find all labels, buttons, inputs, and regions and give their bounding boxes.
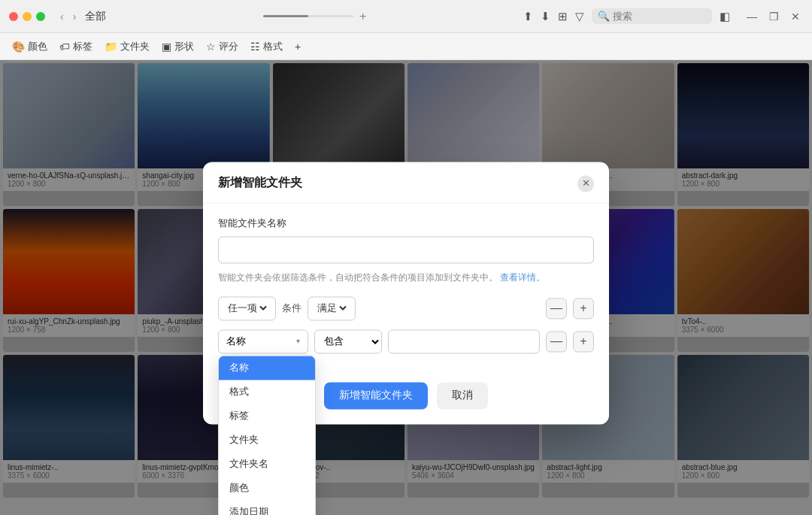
close-button[interactable] xyxy=(9,12,18,21)
toolbar-shape[interactable]: ▣ 形状 xyxy=(162,40,194,53)
toolbar-format-label: 格式 xyxy=(263,40,283,53)
format-icon: ☷ xyxy=(250,41,260,53)
toolbar-plus-icon: + xyxy=(295,41,301,53)
toolbar-color-label: 颜色 xyxy=(28,40,47,53)
any-item-dropdown[interactable]: 任一项 xyxy=(225,301,269,314)
confirm-button[interactable]: 新增智能文件夹 xyxy=(324,382,428,409)
dialog-title: 新增智能文件夹 xyxy=(218,175,302,191)
dropdown-item-tag[interactable]: 标签 xyxy=(219,404,315,428)
dropdown-item-adddate[interactable]: 添加日期 xyxy=(219,500,315,515)
titlebar-middle: + xyxy=(112,10,517,23)
page-title: 全部 xyxy=(85,10,106,23)
chevron-down-icon: ▾ xyxy=(296,337,300,345)
back-arrow-icon[interactable]: ‹ xyxy=(57,9,67,24)
search-box[interactable]: 🔍 xyxy=(592,8,712,24)
win-min-icon[interactable]: — xyxy=(744,9,760,24)
dropdown-item-folder[interactable]: 文件夹 xyxy=(219,428,315,452)
toolbar-color[interactable]: 🎨 颜色 xyxy=(12,40,47,53)
condition-row: 名称 ▾ 名称 格式 标签 文件夹 文件夹名 颜色 添加日期 修改日期 创建日期 xyxy=(218,329,594,353)
hint-text: 智能文件夹会依据筛选条件，自动把符合条件的项目添加到文件夹中。 查看详情。 xyxy=(218,271,594,284)
satisfy-select[interactable]: 满足 xyxy=(308,296,356,320)
download-icon[interactable]: ⬇ xyxy=(541,10,550,23)
filter-row: 任一项 条件 满足 — + xyxy=(218,296,594,320)
win-controls: — ❐ ✕ xyxy=(744,9,803,24)
toolbar-add[interactable]: + xyxy=(295,41,301,53)
titlebar-right: ⬆ ⬇ ⊞ ▽ 🔍 ◧ — ❐ ✕ xyxy=(523,8,803,24)
name-field-label: 智能文件夹名称 xyxy=(218,217,594,230)
grid-icon[interactable]: ⊞ xyxy=(558,10,568,23)
maximize-button[interactable] xyxy=(36,12,45,21)
folder-icon: 📁 xyxy=(105,41,117,53)
filter-plus-button[interactable]: + xyxy=(573,298,594,319)
dialog-close-button[interactable]: ✕ xyxy=(577,175,594,192)
search-input[interactable] xyxy=(613,11,703,22)
field-dropdown-menu[interactable]: 名称 格式 标签 文件夹 文件夹名 颜色 添加日期 修改日期 创建日期 链接 注… xyxy=(218,355,316,515)
dropdown-item-name[interactable]: 名称 xyxy=(219,356,315,380)
dropdown-item-color[interactable]: 颜色 xyxy=(219,476,315,500)
folder-name-input[interactable] xyxy=(218,236,594,263)
navigation: ‹ › 全部 xyxy=(57,9,106,24)
dialog-body: 智能文件夹名称 智能文件夹会依据筛选条件，自动把符合条件的项目添加到文件夹中。 … xyxy=(203,203,609,370)
field-selected-value: 名称 xyxy=(226,335,246,348)
toolbar: 🎨 颜色 🏷 标签 📁 文件夹 ▣ 形状 ☆ 评分 ☷ 格式 + xyxy=(0,33,812,60)
condition-plus-button[interactable]: + xyxy=(573,331,594,352)
condition-minus-button[interactable]: — xyxy=(546,331,567,352)
hint-link[interactable]: 查看详情。 xyxy=(500,272,545,283)
dropdown-item-foldername[interactable]: 文件夹名 xyxy=(219,452,315,476)
color-icon: 🎨 xyxy=(12,41,25,53)
toolbar-folder-label: 文件夹 xyxy=(120,40,150,53)
toolbar-folder[interactable]: 📁 文件夹 xyxy=(105,40,150,53)
toolbar-tag[interactable]: 🏷 标签 xyxy=(59,40,92,53)
filter-icon[interactable]: ▽ xyxy=(575,10,584,23)
progress-bar xyxy=(263,15,353,17)
add-icon[interactable]: + xyxy=(359,10,366,23)
field-dropdown-wrapper: 名称 ▾ 名称 格式 标签 文件夹 文件夹名 颜色 添加日期 修改日期 创建日期 xyxy=(218,329,308,353)
smart-folder-dialog: 新增智能文件夹 ✕ 智能文件夹名称 智能文件夹会依据筛选条件，自动把符合条件的项… xyxy=(203,162,609,424)
toolbar-tag-label: 标签 xyxy=(73,40,92,53)
share-icon[interactable]: ⬆ xyxy=(523,10,533,23)
progress-fill xyxy=(263,15,308,17)
search-icon: 🔍 xyxy=(598,11,610,22)
main-content: verne-ho-0LAJfSNa-xQ-unsplash.jpg 1200 ×… xyxy=(0,60,812,515)
toolbar-rating-label: 评分 xyxy=(219,40,238,53)
dropdown-item-format[interactable]: 格式 xyxy=(219,380,315,404)
win-restore-icon[interactable]: ❐ xyxy=(766,9,782,24)
minimize-button[interactable] xyxy=(23,12,32,21)
condition-value-input[interactable] xyxy=(388,329,540,353)
field-dropdown-trigger[interactable]: 名称 ▾ xyxy=(218,329,308,353)
dialog-header: 新增智能文件夹 ✕ xyxy=(203,162,609,203)
any-item-select[interactable]: 任一项 xyxy=(218,296,276,320)
star-icon: ☆ xyxy=(206,41,216,53)
cancel-button[interactable]: 取消 xyxy=(437,382,488,409)
satisfy-dropdown[interactable]: 满足 xyxy=(314,301,349,314)
toolbar-rating[interactable]: ☆ 评分 xyxy=(206,40,238,53)
filter-minus-button[interactable]: — xyxy=(546,298,567,319)
condition-label: 条件 xyxy=(282,301,301,315)
titlebar: ‹ › 全部 + ⬆ ⬇ ⊞ ▽ 🔍 ◧ — ❐ ✕ xyxy=(0,0,812,33)
toolbar-shape-label: 形状 xyxy=(174,40,194,53)
toolbar-format[interactable]: ☷ 格式 xyxy=(250,40,283,53)
contains-select[interactable]: 包含 xyxy=(314,329,382,353)
win-close-icon[interactable]: ✕ xyxy=(788,9,803,24)
shape-icon: ▣ xyxy=(162,41,171,53)
sidebar-icon[interactable]: ◧ xyxy=(720,10,730,23)
window-controls xyxy=(9,12,45,21)
tag-icon: 🏷 xyxy=(59,41,70,53)
forward-arrow-icon[interactable]: › xyxy=(70,9,80,24)
